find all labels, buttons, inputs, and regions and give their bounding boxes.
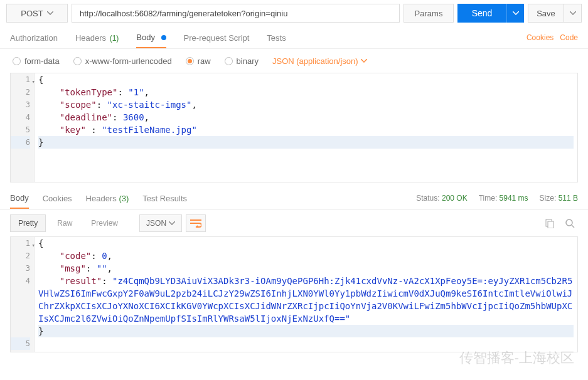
fold-icon[interactable]: ▾ [32,75,35,88]
wrap-lines-button[interactable] [186,214,206,232]
code-link[interactable]: Code [560,33,578,42]
cookies-link[interactable]: Cookies [527,33,553,42]
radio-icon [13,57,21,65]
request-body-editor[interactable]: 1▾ 2345 6 { "tokenType": "1", "scope": "… [10,73,578,182]
request-toolbar: POST Params Send Save [0,0,588,26]
line-gutter: 1▾ 2345 6 [11,73,35,182]
status-badge: Status: 200 OK [416,194,467,203]
radio-icon [186,57,194,65]
radio-raw[interactable]: raw [186,56,211,66]
right-links: Cookies Code [527,33,578,42]
time-badge: Time: 5941 ms [479,194,528,203]
chevron-down-icon [361,59,367,63]
send-button[interactable]: Send [457,4,506,23]
pretty-button[interactable]: Pretty [10,214,46,232]
svg-line-3 [572,225,574,228]
chevron-down-icon [169,221,175,225]
params-button[interactable]: Params [404,4,454,23]
radio-binary[interactable]: binary [225,56,259,66]
radio-formdata[interactable]: form-data [13,56,60,66]
search-button[interactable] [562,215,578,231]
tab-body[interactable]: Body [136,27,166,48]
response-tabs: Body Cookies Headers (3) Test Results St… [0,186,588,210]
tab-authorization[interactable]: Authorization [10,28,58,48]
copy-button[interactable] [542,215,558,231]
radio-icon [225,57,233,65]
body-type-row: form-data x-www-form-urlencoded raw bina… [0,49,588,73]
unsaved-dot-icon [161,35,166,40]
resp-tab-body[interactable]: Body [10,187,29,209]
chevron-down-icon [47,11,53,15]
view-mode-row: Pretty Raw Preview JSON [0,210,588,236]
resp-tab-headers[interactable]: Headers (3) [86,187,129,208]
svg-rect-1 [548,221,553,228]
search-icon [565,218,575,228]
wrap-icon [190,219,201,228]
raw-button[interactable]: Raw [50,214,80,232]
save-group: Save [528,4,582,23]
chevron-down-icon [570,11,576,15]
preview-button[interactable]: Preview [83,214,126,232]
content-type-select[interactable]: JSON (application/json) [272,56,367,66]
http-method-label: POST [21,9,43,18]
response-body-editor[interactable]: 1▾ 234 5 { "code": 0, "msg": "", "result… [10,236,578,352]
radio-icon [73,57,82,65]
save-dropdown[interactable] [564,4,582,23]
save-button[interactable]: Save [528,4,564,23]
chevron-down-icon [513,11,519,15]
radio-xwww[interactable]: x-www-form-urlencoded [73,56,172,66]
request-tabs: Authorization Headers (1) Body Pre-reque… [0,26,588,49]
code-area: { "tokenType": "1", "scope": "xc-staitc-… [35,73,577,182]
svg-point-2 [566,219,572,226]
tab-headers[interactable]: Headers (1) [75,28,119,48]
url-input[interactable] [72,4,400,23]
line-gutter: 1▾ 234 5 [11,237,35,352]
size-badge: Size: 511 B [540,194,578,203]
tab-prerequest[interactable]: Pre-request Script [184,28,250,48]
tab-tests[interactable]: Tests [267,28,286,48]
code-area: { "code": 0, "msg": "", "result": "z4Cqm… [35,237,577,352]
fold-icon[interactable]: ▾ [32,239,35,251]
response-format-select[interactable]: JSON [139,214,182,232]
send-group: Send [457,4,524,23]
copy-icon [545,218,555,228]
resp-tab-tests[interactable]: Test Results [142,187,187,208]
response-meta: Status: 200 OK Time: 5941 ms Size: 511 B [416,194,578,203]
send-dropdown[interactable] [506,4,524,23]
resp-tab-cookies[interactable]: Cookies [43,187,72,208]
http-method-select[interactable]: POST [6,4,68,23]
